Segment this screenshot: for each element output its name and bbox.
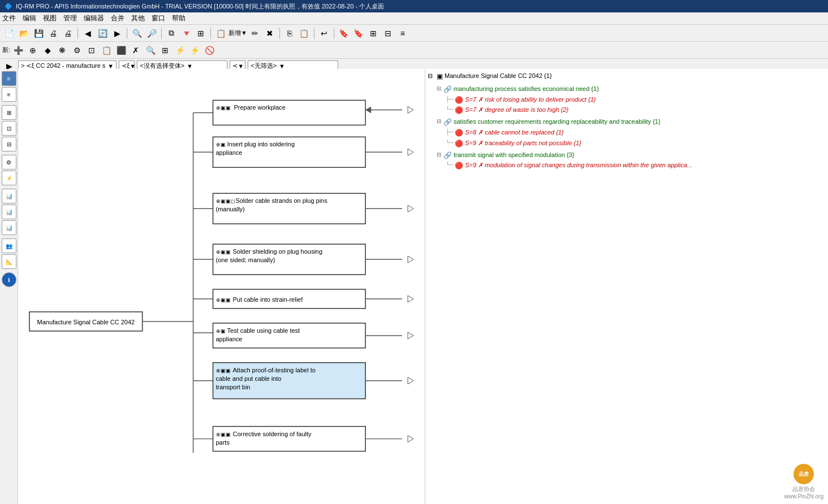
tree-g2-child1[interactable]: ├─ 🔴 S=8 ✗ cable cannot be replaced {1} — [428, 128, 826, 138]
btn-filter-set[interactable]: ⊞ — [194, 27, 208, 40]
sidebar-btn-3[interactable]: ⊞ — [2, 105, 16, 120]
toolbar-1: 📄 📂 💾 🖨 🖨 ◀ 🔄 ▶ 🔍 🔎 ⧉ 🔻 ⊞ 📋 新增▼ ✏ ✖ ⎘ 📋 … — [0, 25, 828, 42]
tree-g1c1-icon: 🔴 — [455, 95, 463, 105]
btn-find-next[interactable]: 🔎 — [145, 27, 158, 40]
btn-new13[interactable]: ⚡ — [173, 44, 187, 57]
menu-help[interactable]: 帮助 — [172, 14, 186, 23]
sidebar-btn-8[interactable]: 📊 — [2, 189, 16, 203]
btn-new4[interactable]: ◆ — [41, 44, 54, 57]
btn-new-doc[interactable]: 📄 — [2, 27, 16, 40]
btn-new11[interactable]: 🔍 — [144, 44, 157, 57]
tree-g2-child2[interactable]: └─ 🔴 S=9 ✗ traceability of parts not pos… — [428, 138, 826, 149]
btn-bookmark2[interactable]: 🔖 — [352, 27, 365, 40]
tree-g2c2-label: S=9 ✗ traceability of parts not possible… — [465, 139, 826, 147]
menu-merge[interactable]: 合并 — [111, 14, 124, 23]
btn-new2[interactable]: ➕ — [11, 44, 25, 57]
separator-2 — [127, 28, 127, 39]
tree-g1c2-label: S=7 ✗ degree of waste is too high {2} — [465, 106, 826, 114]
tree-panel: ⊟ ▣ Manufacture Signal Cable CC 2042 {1}… — [425, 69, 828, 504]
sidebar-btn-9[interactable]: 📊 — [2, 205, 16, 219]
menu-view[interactable]: 视图 — [43, 14, 57, 23]
svg-marker-17 — [408, 332, 413, 339]
btn-paste[interactable]: 📋 — [297, 27, 311, 40]
tree-g3c1-icon: 🔴 — [455, 161, 463, 171]
btn-refresh[interactable]: 🔄 — [96, 27, 109, 40]
sidebar-btn-10[interactable]: 📊 — [2, 220, 16, 235]
menu-edit[interactable]: 编辑 — [23, 14, 36, 23]
btn-col3[interactable]: ≡ — [396, 27, 409, 40]
menu-window[interactable]: 窗口 — [152, 14, 165, 23]
btn-new-red[interactable]: 📋 — [214, 27, 227, 40]
btn-back[interactable]: ◀ — [81, 27, 94, 40]
btn-print-preview[interactable]: 🖨 — [46, 27, 60, 40]
btn-new8[interactable]: 📋 — [100, 44, 113, 57]
btn-edit[interactable]: ✏ — [248, 27, 262, 40]
sidebar-btn-7[interactable]: ⚡ — [2, 171, 16, 185]
sidebar-btn-6[interactable]: ⚙ — [2, 155, 16, 170]
proc8-label-2: parts — [216, 439, 230, 446]
variant-down[interactable]: ▼ — [187, 63, 193, 69]
tree-group-2[interactable]: ⊟ 🔗 satisfies customer requirements rega… — [428, 117, 826, 128]
sidebar-btn-1[interactable]: ≡ — [2, 71, 16, 86]
svg-marker-23 — [408, 436, 413, 442]
menu-file[interactable]: 文件 — [2, 14, 16, 23]
btn-new7[interactable]: ⊡ — [85, 44, 98, 57]
btn-find[interactable]: 🔍 — [130, 27, 144, 40]
btn-new6[interactable]: ⚙ — [70, 44, 84, 57]
proc6-label-1: Test cable using cable test — [227, 327, 300, 334]
btn-open[interactable]: 📂 — [17, 27, 31, 40]
separator-6 — [314, 28, 314, 39]
btn-new9[interactable]: ⬛ — [114, 44, 128, 57]
menu-other[interactable]: 其他 — [131, 14, 145, 23]
btn-filter[interactable]: 🔻 — [179, 27, 193, 40]
btn-new10[interactable]: ✗ — [129, 44, 143, 57]
variant-dropdown[interactable]: ▼ — [130, 63, 136, 69]
menu-bar: 文件 编辑 视图 管理 编辑器 合并 其他 窗口 帮助 — [0, 12, 828, 25]
sidebar-btn-12[interactable]: 📐 — [2, 254, 16, 269]
filter-down[interactable]: ▼ — [279, 63, 285, 69]
menu-manage[interactable]: 管理 — [63, 14, 77, 23]
sidebar-btn-5[interactable]: ⊟ — [2, 137, 16, 151]
sidebar-btn-4[interactable]: ⊡ — [2, 121, 16, 136]
tree-g3-child1[interactable]: └─ 🔴 S=9 ✗ modulation of signal changes … — [428, 160, 826, 171]
btn-new3[interactable]: ⊕ — [26, 44, 40, 57]
tree-root[interactable]: ⊟ ▣ Manufacture Signal Cable CC 2042 {1} — [428, 71, 826, 82]
proc7-label-3: transport bin — [216, 384, 251, 390]
btn-save[interactable]: 💾 — [32, 27, 45, 40]
btn-new15[interactable]: 🚫 — [202, 44, 216, 57]
btn-new12[interactable]: ⊞ — [158, 44, 172, 57]
tree-g1-child1[interactable]: ├─ 🔴 S=7 ✗ risk of losing ability to del… — [428, 95, 826, 106]
tree-g1-expand[interactable]: ⊟ — [437, 85, 443, 93]
btn-new-label[interactable]: 新增▼ — [228, 29, 247, 37]
btn-new5[interactable]: ❋ — [55, 44, 69, 57]
tree-g1-indent — [428, 85, 437, 93]
btn-col1[interactable]: ⊞ — [366, 27, 380, 40]
proc8-label-1: Corrective soldering of faulty — [232, 431, 312, 437]
btn-copy[interactable]: ⎘ — [283, 27, 296, 40]
btn-bookmark[interactable]: 🔖 — [337, 27, 351, 40]
sidebar-btn-info[interactable]: ℹ — [2, 272, 16, 287]
btn-delete[interactable]: ✖ — [263, 27, 277, 40]
tree-root-icon: ▣ — [437, 72, 443, 81]
proc8-icons: ⊕▣▣ — [216, 432, 231, 437]
main-content: Manufacture Signal Cable CC 2042 ⊕▣▣ Pre… — [18, 69, 828, 504]
left-sidebar: ≡ ≡ ⊞ ⊡ ⊟ ⚙ ⚡ 📊 📊 📊 👥 📐 ℹ — [0, 69, 18, 504]
sidebar-btn-2[interactable]: ≡ — [2, 87, 16, 102]
tree-group-1[interactable]: ⊟ 🔗 manufacturing process satisfies econ… — [428, 84, 826, 95]
btn-new14[interactable]: ⚡ — [188, 44, 201, 57]
tree-group-3[interactable]: ⊟ 🔗 transmit signal with specified modul… — [428, 150, 826, 161]
separator-3 — [161, 28, 162, 39]
tree-g3-expand[interactable]: ⊟ — [437, 151, 443, 159]
path-dropdown-icon[interactable]: ▼ — [107, 63, 114, 69]
tree-g2-expand[interactable]: ⊟ — [437, 118, 443, 125]
tree-g1-child2[interactable]: └─ 🔴 S=7 ✗ degree of waste is too high {… — [428, 105, 826, 116]
btn-print[interactable]: 🖨 — [61, 27, 75, 40]
menu-editor[interactable]: 编辑器 — [84, 14, 104, 23]
btn-copy-view[interactable]: ⧉ — [165, 27, 178, 40]
btn-undo[interactable]: ↩ — [317, 27, 331, 40]
sidebar-btn-11[interactable]: 👥 — [2, 238, 16, 253]
btn-forward[interactable]: ▶ — [110, 27, 124, 40]
tree-g1c2-icon: 🔴 — [455, 106, 463, 115]
btn-col2[interactable]: ⊟ — [381, 27, 395, 40]
tree-root-expand[interactable]: ⊟ — [428, 72, 437, 80]
